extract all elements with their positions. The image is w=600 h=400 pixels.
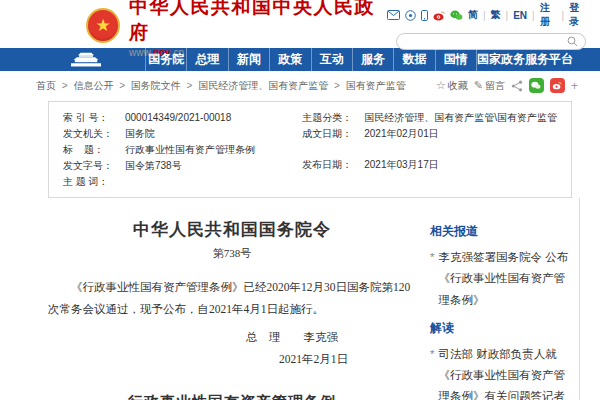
decree-title: 中华人民共和国国务院令 — [48, 218, 416, 241]
wechat-icon[interactable] — [450, 10, 463, 21]
link-separator: | — [483, 10, 486, 21]
comment-label: 留言 — [485, 79, 505, 93]
meta-value: 国民经济管理、国有资产监管\国有资产监管 — [364, 111, 557, 125]
header-quick-row: 简 | 繁 | EN | 注册 | 登录 — [387, 1, 586, 29]
meta-row-keywords: 主 题 词： — [63, 175, 302, 189]
breadcrumb-row: 首页 > 信息公开 > 国务院文件 > 国民经济管理、国有资产监管 > 国有资产… — [0, 71, 600, 99]
favorite-button[interactable]: ☆ 收藏 — [436, 79, 468, 93]
meta-row-publish-date: 发布日期：2021年03月17日 — [302, 158, 557, 172]
nav-item-zhengce[interactable]: 政策 — [269, 48, 310, 71]
related-article-text[interactable]: 李克强签署国务院令 公布《行政事业性国有资产管理条例》 — [438, 247, 569, 311]
breadcrumb-category[interactable]: 国民经济管理、国有资产监管 — [198, 80, 328, 91]
weibo-icon[interactable] — [433, 10, 445, 21]
meta-value: 国务院 — [125, 127, 155, 141]
meta-label: 发布日期： — [302, 158, 364, 172]
regulation-title: 行政事业性国有资产管理条例 — [48, 393, 416, 400]
meta-row-agency: 发文机关：国务院 — [63, 127, 302, 141]
nav-home-tiananmen-icon[interactable] — [27, 48, 145, 71]
signer-line: 总 理 李克强 — [48, 330, 416, 345]
meta-label: 主 题 词： — [63, 175, 125, 189]
comment-button[interactable]: ✎ 留言 — [474, 79, 505, 93]
login-link[interactable]: 登录 — [569, 1, 586, 29]
pen-icon: ✎ — [474, 79, 483, 92]
lang-simplified-link[interactable]: 简 — [468, 8, 478, 22]
breadcrumb-home[interactable]: 首页 — [36, 80, 56, 91]
nav-item-xinwen[interactable]: 新闻 — [228, 48, 269, 71]
lang-traditional-link[interactable]: 繁 — [491, 8, 501, 22]
sidebar-heading-related: 相关报道 — [430, 223, 569, 240]
search-input[interactable] — [404, 36, 567, 47]
meta-label: 索 引 号： — [63, 111, 125, 125]
bullet-icon: * — [430, 247, 434, 311]
nav-item-guoqing[interactable]: 国情 — [435, 48, 476, 71]
nav-item-guowuyuan[interactable]: 国务院 — [145, 48, 186, 71]
article-actions: ☆ 收藏 ✎ 留言 + — [436, 78, 578, 93]
interpretation-article-text[interactable]: 司法部 财政部负责人就《行政事业性国有资产管理条例》有关问题答记者问 — [438, 344, 569, 400]
link-separator: | — [506, 10, 509, 21]
meta-row-title: 标 题：行政事业性国有资产管理条例 — [63, 143, 302, 157]
breadcrumb-xinxigongkai[interactable]: 信息公开 — [73, 80, 113, 91]
main-nav: 国务院 总理 新闻 政策 互动 服务 数据 国情 国家政务服务平台 — [0, 48, 600, 71]
decree-number: 第738号 — [48, 246, 416, 261]
mail-icon[interactable] — [387, 10, 400, 20]
nav-item-fuwu[interactable]: 服务 — [352, 48, 393, 71]
favorite-label: 收藏 — [448, 79, 468, 93]
breadcrumb-separator: > — [334, 80, 340, 91]
nav-item-hudong[interactable]: 互动 — [311, 48, 352, 71]
breadcrumb-current[interactable]: 国有资产监管 — [346, 80, 406, 91]
site-title[interactable]: 中华人民共和国中央人民政府 — [129, 0, 387, 46]
site-header: ★ 中华人民共和国中央人民政府 www.gov.cn 简 | — [0, 0, 600, 48]
mobile-icon[interactable] — [421, 10, 428, 21]
meta-value: 2021年03月17日 — [364, 158, 439, 172]
nav-item-zongli[interactable]: 总理 — [186, 48, 227, 71]
meta-label: 发文机关： — [63, 127, 125, 141]
meta-value: 000014349/2021-00018 — [125, 112, 231, 123]
breadcrumb-separator: > — [62, 80, 68, 91]
bullet-icon: * — [430, 344, 434, 400]
emblem-star-icon: ★ — [95, 17, 110, 34]
meta-row-written-date: 成文日期：2021年02月01日 — [302, 127, 557, 141]
decree-paragraph: 《行政事业性国有资产管理条例》已经2020年12月30日国务院第120次常务会议… — [48, 276, 416, 321]
share-more-button[interactable]: + — [571, 79, 578, 93]
link-separator: | — [562, 10, 565, 21]
document-meta-table: 索 引 号：000014349/2021-00018 发文机关：国务院 标 题：… — [48, 101, 572, 198]
meta-value: 国令第738号 — [125, 159, 182, 173]
meta-label: 主题分类： — [302, 111, 364, 125]
related-sidebar: 相关报道 * 李克强签署国务院令 公布《行政事业性国有资产管理条例》 解读 * … — [428, 198, 580, 400]
breadcrumb: 首页 > 信息公开 > 国务院文件 > 国民经济管理、国有资产监管 > 国有资产… — [36, 79, 406, 93]
meta-row-category: 主题分类：国民经济管理、国有资产监管\国有资产监管 — [302, 111, 557, 125]
meta-label: 标 题： — [63, 143, 125, 157]
rss-icon[interactable] — [405, 10, 416, 21]
meta-label: 发文字号： — [63, 159, 125, 173]
document-body: 中华人民共和国国务院令 第738号 《行政事业性国有资产管理条例》已经2020年… — [36, 198, 428, 400]
meta-row-spacer — [302, 174, 557, 187]
sign-date: 2021年2月1日 — [48, 352, 416, 367]
nav-item-zhengwu-platform[interactable]: 国家政务服务平台 — [476, 48, 573, 71]
meta-label: 成文日期： — [302, 127, 364, 141]
lang-english-link[interactable]: EN — [513, 10, 527, 21]
meta-row-number: 发文字号：国令第738号 — [63, 159, 302, 173]
breadcrumb-separator: > — [187, 80, 193, 91]
star-icon: ☆ — [436, 79, 446, 92]
meta-row-index: 索 引 号：000014349/2021-00018 — [63, 111, 302, 125]
breadcrumb-guowuyuan-wenjian[interactable]: 国务院文件 — [131, 80, 181, 91]
meta-value: 行政事业性国有资产管理条例 — [125, 143, 255, 157]
related-article-link[interactable]: * 李克强签署国务院令 公布《行政事业性国有资产管理条例》 — [430, 247, 569, 311]
nav-item-shuju[interactable]: 数据 — [393, 48, 434, 71]
share-weibo-icon[interactable] — [550, 78, 565, 93]
interpretation-article-link[interactable]: * 司法部 财政部负责人就《行政事业性国有资产管理条例》有关问题答记者问 — [430, 344, 569, 400]
register-link[interactable]: 注册 — [540, 1, 557, 29]
search-icon[interactable] — [567, 36, 578, 47]
sidebar-heading-interpretation: 解读 — [430, 320, 569, 337]
link-separator: | — [532, 10, 535, 21]
share-wechat-icon[interactable] — [529, 78, 544, 93]
breadcrumb-separator: > — [119, 80, 125, 91]
meta-row-spacer — [302, 143, 557, 156]
meta-value: 2021年02月01日 — [364, 127, 439, 141]
national-emblem-icon: ★ — [86, 8, 120, 43]
share-icon[interactable] — [511, 80, 523, 92]
